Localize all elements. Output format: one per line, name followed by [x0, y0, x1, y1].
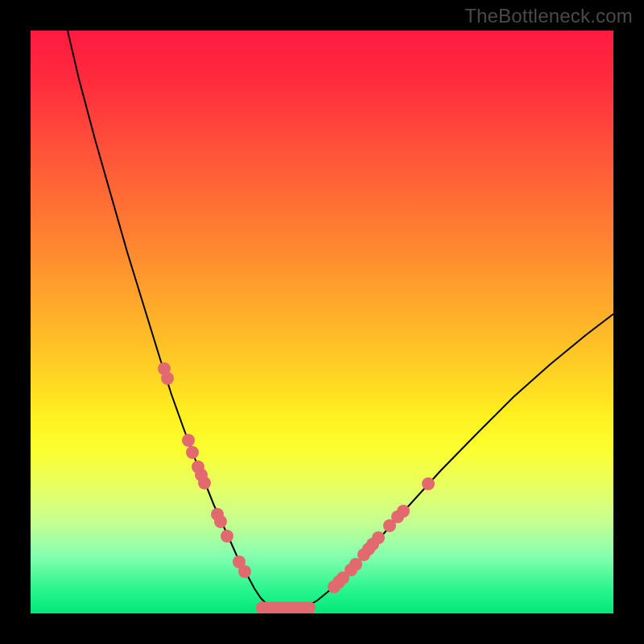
data-marker: [182, 434, 195, 447]
data-marker: [221, 530, 233, 543]
data-marker: [161, 372, 174, 385]
chart-frame: TheBottleneck.com: [0, 0, 644, 644]
watermark-text: TheBottleneck.com: [464, 5, 633, 27]
plot-area: [31, 31, 613, 613]
valley-marker-bar: [256, 602, 316, 614]
data-marker: [214, 515, 227, 528]
chart-svg: [31, 31, 613, 613]
data-marker: [238, 565, 251, 578]
bottleneck-curve: [68, 31, 613, 612]
data-marker: [372, 531, 385, 544]
data-marker: [422, 477, 435, 490]
data-marker: [397, 505, 410, 518]
data-marker: [186, 446, 199, 459]
data-marker: [198, 477, 211, 489]
